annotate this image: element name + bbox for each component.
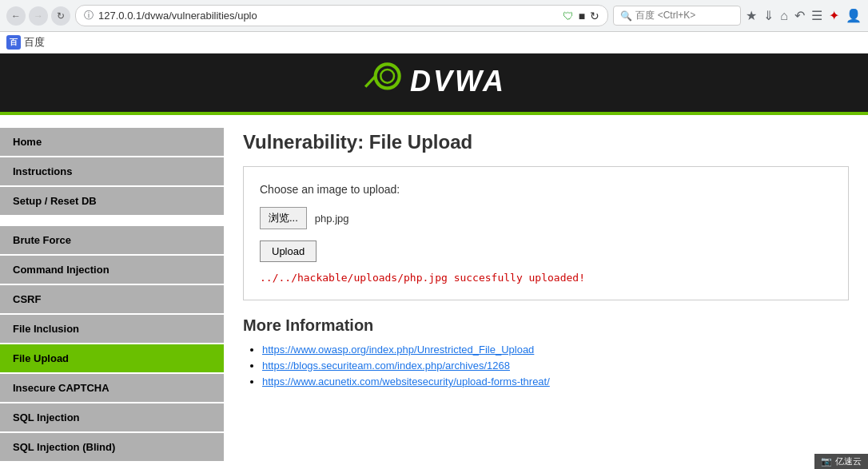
sidebar-item-file-upload[interactable]: File Upload [0,344,224,372]
search-icon: 🔍 [620,10,632,22]
reload-button[interactable]: ↻ [51,6,70,26]
sidebar-item-setup-reset[interactable]: Setup / Reset DB [0,187,224,215]
svg-point-1 [380,70,394,83]
sidebar-item-home[interactable]: Home [0,128,224,156]
list-item: https://www.acunetix.com/websitesecurity… [262,375,849,388]
list-item: https://blogs.securiteam.com/index.php/a… [262,359,849,372]
bottom-bar-text: 亿速云 [835,455,862,467]
more-info-title: More Information [243,316,849,335]
link-owasp[interactable]: https://www.owasp.org/index.php/Unrestri… [262,344,534,356]
sidebar-item-file-inclusion[interactable]: File Inclusion [0,315,224,343]
sidebar-item-sql-injection[interactable]: SQL Injection [0,403,224,431]
back-button[interactable]: ← [6,6,26,26]
sidebar-item-command-injection[interactable]: Command Injection [0,256,224,284]
search-bar[interactable]: 🔍 百度 <Ctrl+K> [613,6,741,26]
shield-icon: 🛡 [563,10,574,22]
file-name: php.jpg [315,213,349,225]
download-icon[interactable]: ⇓ [763,8,774,23]
page-body: Home Instructions Setup / Reset DB Brute… [0,115,868,469]
extensions-icon: ■ [579,10,585,22]
dvwa-logo-text: DVWA [410,65,506,98]
menu-icon[interactable]: ☰ [811,8,822,23]
upload-success-message: ../../hackable/uploads/php.jpg succesful… [260,272,832,284]
dvwa-swirl-icon [362,62,402,101]
nav-buttons: ← → ↻ [6,6,70,26]
sidebar-item-csrf[interactable]: CSRF [0,285,224,313]
sidebar-item-brute-force[interactable]: Brute Force [0,226,224,254]
link-securiteam[interactable]: https://blogs.securiteam.com/index.php/a… [262,360,510,372]
extensions-icon2[interactable]: ✦ [829,8,839,23]
page-title: Vulnerability: File Upload [243,131,849,153]
browse-button[interactable]: 浏览... [260,207,307,229]
search-placeholder: 百度 <Ctrl+K> [635,9,695,22]
info-icon: ⓘ [84,9,94,22]
address-bar[interactable]: ⓘ 127.0.0.1/dvwa/vulnerabilities/uplo 🛡 … [75,5,608,26]
more-info-list: https://www.owasp.org/index.php/Unrestri… [243,343,849,388]
baidu-bar: 百 百度 [0,32,868,54]
baidu-label: 百度 [24,35,45,50]
sidebar-item-instructions[interactable]: Instructions [0,157,224,185]
star-icon[interactable]: ★ [746,8,757,23]
sidebar-item-sql-injection-blind[interactable]: SQL Injection (Blind) [0,433,224,461]
toolbar-icons: ★ ⇓ ⌂ ↶ ☰ ✦ 👤 [746,8,862,23]
sidebar: Home Instructions Setup / Reset DB Brute… [0,115,224,469]
sidebar-divider [0,217,224,226]
bottom-bar-label: 📷 [821,456,832,467]
forward-button[interactable]: → [29,6,48,26]
dvwa-header: DVWA [0,54,868,115]
file-input-row: 浏览... php.jpg [260,207,832,229]
bottom-bar: 📷 亿速云 [814,454,868,469]
url-text: 127.0.0.1/dvwa/vulnerabilities/uplo [98,10,558,22]
list-item: https://www.owasp.org/index.php/Unrestri… [262,343,849,356]
browser-chrome: ← → ↻ ⓘ 127.0.0.1/dvwa/vulnerabilities/u… [0,0,868,32]
refresh-icon[interactable]: ↻ [590,10,599,22]
main-content: Vulnerability: File Upload Choose an ima… [224,115,868,469]
sidebar-item-insecure-captcha[interactable]: Insecure CAPTCHA [0,374,224,402]
upload-label: Choose an image to upload: [260,183,832,196]
history-back-icon[interactable]: ↶ [794,8,805,23]
profile-icon[interactable]: 👤 [846,8,862,23]
svg-line-2 [365,76,376,86]
upload-box: Choose an image to upload: 浏览... php.jpg… [243,166,849,300]
home-icon[interactable]: ⌂ [780,9,788,23]
upload-button[interactable]: Upload [260,240,317,262]
baidu-icon: 百 [6,35,21,50]
svg-point-0 [376,64,400,88]
link-acunetix[interactable]: https://www.acunetix.com/websitesecurity… [262,376,550,388]
